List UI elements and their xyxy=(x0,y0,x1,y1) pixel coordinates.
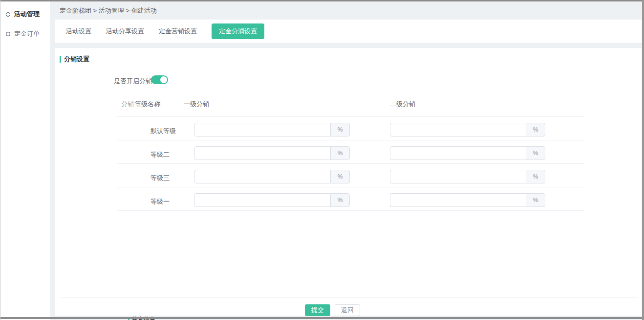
footer-divider xyxy=(60,297,637,297)
tab-deposit-marketing-settings[interactable]: 定金营销设置 xyxy=(159,27,197,36)
circle-icon xyxy=(6,32,10,36)
percent-suffix: % xyxy=(526,170,545,183)
back-button[interactable]: 返回 xyxy=(335,304,360,316)
tab-activity-settings[interactable]: 活动设置 xyxy=(66,27,91,36)
sidebar-item-label: 活动管理 xyxy=(14,10,40,19)
level2-percent-input[interactable] xyxy=(390,146,526,160)
column-header-level-name: 等级名称 xyxy=(135,100,160,109)
level2-percent-group: % xyxy=(390,146,545,160)
level1-percent-group: % xyxy=(194,170,350,183)
app-window: 活动管理 定金订单 定金阶梯团 > 活动管理 > 创建活动 活动设置 活动分享设… xyxy=(0,0,644,320)
window-top-border xyxy=(0,0,644,1)
horizontal-scrollbar[interactable] xyxy=(0,317,644,319)
tab-bar: 活动设置 活动分享设置 定金营销设置 定金分润设置 xyxy=(55,20,642,43)
level1-percent-group: % xyxy=(194,146,350,160)
section-title: 分销设置 xyxy=(64,55,89,64)
tab-deposit-profit-settings[interactable]: 定金分润设置 xyxy=(212,23,264,39)
percent-suffix: % xyxy=(330,193,350,207)
level1-percent-input[interactable] xyxy=(194,146,330,160)
level2-percent-input[interactable] xyxy=(390,170,526,183)
percent-suffix: % xyxy=(526,193,545,207)
level1-percent-input[interactable] xyxy=(194,193,330,207)
level2-percent-group: % xyxy=(390,193,545,207)
toggle-knob xyxy=(160,76,167,83)
level1-percent-input[interactable] xyxy=(194,170,330,183)
breadcrumb[interactable]: 定金阶梯团 > 活动管理 > 创建活动 xyxy=(60,6,157,15)
sidebar-item-activity-management[interactable]: 活动管理 xyxy=(0,4,50,24)
sidebar-item-deposit-orders[interactable]: 定金订单 xyxy=(0,24,50,44)
enable-distribution-label: 是否开启分销 xyxy=(114,77,152,86)
tab-activity-share-settings[interactable]: 活动分享设置 xyxy=(106,27,144,36)
column-header-level2-distribution: 二级分销 xyxy=(390,100,415,109)
sidebar: 活动管理 定金订单 xyxy=(0,1,50,320)
percent-suffix: % xyxy=(330,146,350,160)
enable-distribution-toggle[interactable] xyxy=(151,75,168,84)
row-divider xyxy=(117,210,584,211)
submit-button[interactable]: 提交 xyxy=(305,304,330,316)
section-header: 分销设置 xyxy=(60,55,89,64)
level2-percent-group: % xyxy=(390,170,545,183)
row-label: 等级三 xyxy=(150,174,170,183)
column-header-level1-distribution: 一级分销 xyxy=(184,100,209,109)
row-divider xyxy=(117,163,584,164)
level2-percent-input[interactable] xyxy=(390,123,526,137)
window-right-border xyxy=(642,0,644,320)
row-divider xyxy=(117,116,584,117)
percent-suffix: % xyxy=(330,170,350,183)
level2-percent-input[interactable] xyxy=(390,193,526,207)
level1-percent-group: % xyxy=(194,123,350,137)
row-label: 等级一 xyxy=(150,197,170,206)
percent-suffix: % xyxy=(526,123,545,137)
window-left-border xyxy=(0,0,0,320)
row-divider xyxy=(117,140,584,140)
row-label: 等级二 xyxy=(150,150,170,159)
row-label: 默认等级 xyxy=(150,127,176,136)
level2-percent-group: % xyxy=(390,123,545,137)
percent-suffix: % xyxy=(330,123,350,137)
circle-icon xyxy=(6,12,10,17)
table-group-label: 分销 xyxy=(121,100,134,109)
row-divider xyxy=(117,187,584,187)
sidebar-item-label: 定金订单 xyxy=(14,29,40,38)
level1-percent-input[interactable] xyxy=(194,123,330,137)
section-accent-bar xyxy=(60,56,61,63)
distribution-settings-panel: 分销设置 是否开启分销 分销 等级名称 一级分销 二级分销 默认等级 % % 等… xyxy=(55,48,642,316)
percent-suffix: % xyxy=(526,146,545,160)
level1-percent-group: % xyxy=(194,193,350,207)
